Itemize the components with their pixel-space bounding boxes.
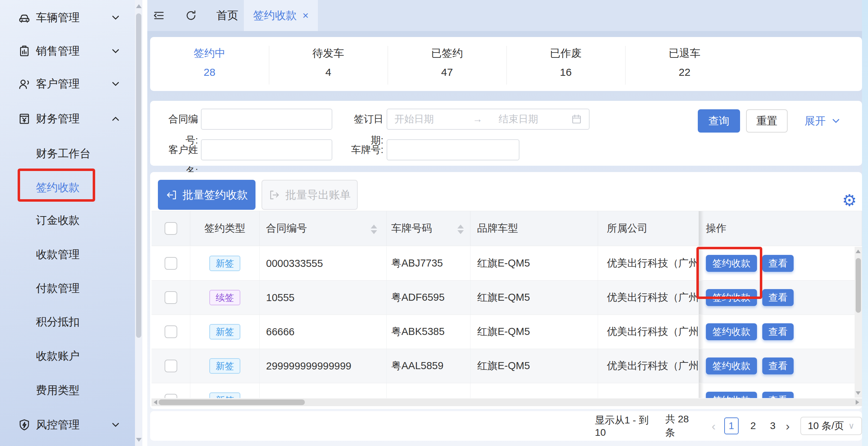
sign-collection-button[interactable]: 签约收款 (706, 289, 757, 306)
prev-page-icon[interactable]: ‹ (712, 419, 715, 433)
status-tab-to-dispatch[interactable]: 待发车 4 (269, 37, 388, 91)
sign-type-tag: 新签 (209, 358, 240, 374)
col-plate-no[interactable]: 车牌号码 (387, 211, 470, 246)
sign-type-tag: 新签 (209, 256, 240, 271)
sign-collection-button[interactable]: 签约收款 (706, 323, 757, 340)
chevron-down-icon (110, 12, 121, 23)
page-scrollbar-track[interactable] (862, 0, 868, 446)
page-button-3[interactable]: 3 (768, 420, 778, 432)
horizontal-scrollbar-thumb[interactable] (159, 399, 305, 405)
finance-icon (18, 112, 31, 126)
sort-icons[interactable] (371, 225, 377, 234)
row-checkbox[interactable] (165, 257, 177, 270)
export-icon (269, 189, 281, 201)
customer-name-input[interactable] (201, 139, 332, 160)
sidebar-item-collection-account[interactable]: 收款账户 (0, 345, 135, 367)
status-tab-signing[interactable]: 签约中 28 (150, 37, 269, 91)
row-checkbox[interactable] (165, 291, 177, 304)
calendar-icon (571, 114, 582, 124)
table-row: 续签 10555 粤ADF6595 红旗E-QM5 优美出行科技（广州） 签约收… (152, 281, 862, 315)
status-tab-returned[interactable]: 已退车 22 (625, 37, 744, 91)
sidebar-item-vehicle[interactable]: 车辆管理 (0, 7, 135, 29)
next-page-icon[interactable]: › (786, 419, 790, 433)
sidebar: 车辆管理 销售管理 客户管理 (0, 0, 142, 446)
table-horizontal-scrollbar[interactable] (152, 398, 862, 406)
contract-no-input[interactable] (201, 109, 332, 130)
pagination-summary: 显示从1 - 到10 (595, 414, 659, 438)
status-count: 22 (625, 65, 744, 79)
gear-icon[interactable]: ⚙ (841, 192, 858, 209)
col-contract-no[interactable]: 合同编号 (260, 211, 387, 246)
col-brand-model: 品牌车型 (470, 211, 598, 246)
import-icon (166, 189, 178, 201)
vertical-scrollbar-thumb[interactable] (856, 258, 861, 313)
select-all-checkbox[interactable] (165, 222, 177, 235)
sidebar-item-payment-mgmt[interactable]: 付款管理 (0, 277, 135, 299)
customer-icon (18, 77, 31, 91)
row-checkbox[interactable] (165, 394, 177, 398)
sign-date-range-picker[interactable]: 开始日期 → 结束日期 (387, 109, 590, 130)
row-checkbox[interactable] (165, 325, 177, 338)
chevron-down-icon (110, 79, 121, 89)
close-icon[interactable]: × (302, 10, 309, 21)
reset-button[interactable]: 重置 (746, 109, 788, 133)
batch-sign-collection-button[interactable]: 批量签约收款 (158, 180, 256, 210)
sidebar-item-customer[interactable]: 客户管理 (0, 73, 135, 95)
sign-collection-button[interactable]: 签约收款 (706, 392, 757, 398)
sidebar-item-label: 客户管理 (36, 77, 80, 91)
page-button-2[interactable]: 2 (748, 420, 758, 432)
table-row: 新签 66666 粤ABK5385 红旗E-QM5 优美出行科技（广州） 签约收… (152, 315, 862, 349)
view-button[interactable]: 查看 (762, 289, 794, 306)
table-body: 新签 0000333555 粤ABJ7735 红旗E-QM5 优美出行科技（广州… (152, 246, 862, 398)
sidebar-item-sign-collection[interactable]: 签约收款 (0, 177, 135, 198)
batch-export-bills-button[interactable]: 批量导出账单 (261, 180, 358, 210)
end-date-placeholder: 结束日期 (499, 112, 538, 126)
scroll-left-arrow-icon[interactable] (154, 400, 157, 405)
sort-icons[interactable] (457, 225, 464, 234)
plate-no-label: 车牌号: (344, 139, 383, 160)
chevron-down-icon (110, 46, 121, 56)
sidebar-scrollbar-thumb[interactable] (136, 13, 141, 338)
status-tab-signed[interactable]: 已签约 47 (388, 37, 506, 91)
sign-collection-button[interactable]: 签约收款 (706, 358, 757, 374)
sidebar-item-finance-workbench[interactable]: 财务工作台 (0, 143, 135, 165)
sign-type-tag: 新签 (209, 392, 240, 398)
sidebar-item-fee-type[interactable]: 费用类型 (0, 379, 135, 401)
menu-fold-icon[interactable] (153, 9, 165, 22)
status-tabs-card: 签约中 28 待发车 4 已签约 47 已作废 16 已退车 22 (150, 37, 862, 91)
sidebar-item-finance[interactable]: 财务管理 (0, 108, 135, 130)
tab-home[interactable]: 首页 (209, 0, 245, 31)
table-vertical-scrollbar[interactable] (855, 247, 862, 398)
refresh-icon[interactable] (185, 9, 197, 22)
view-button[interactable]: 查看 (762, 358, 794, 374)
sales-icon (18, 44, 31, 58)
sidebar-item-deposit-collection[interactable]: 订金收款 (0, 209, 135, 231)
scroll-right-arrow-icon[interactable] (856, 400, 859, 405)
view-button[interactable]: 查看 (762, 323, 794, 340)
sidebar-scroll-up-arrow-icon[interactable] (136, 4, 142, 8)
col-sign-type: 签约类型 (190, 211, 260, 246)
scroll-up-arrow-icon[interactable] (856, 250, 861, 253)
table-header: 签约类型 合同编号 车牌号码 品牌车型 所属公司 操作 (152, 211, 862, 246)
view-button[interactable]: 查看 (762, 255, 794, 272)
view-button[interactable]: 查看 (762, 392, 794, 398)
shield-lightning-icon (18, 418, 31, 432)
chevron-down-icon (110, 420, 121, 430)
tab-sign-collection[interactable]: 签约收款 × (244, 0, 318, 31)
sidebar-item-risk[interactable]: 风控管理 (0, 414, 135, 436)
sidebar-item-collection-mgmt[interactable]: 收款管理 (0, 244, 135, 265)
search-button[interactable]: 查询 (698, 109, 740, 133)
page-size-select[interactable]: 10 条/页 ∨ (800, 417, 862, 435)
row-checkbox[interactable] (165, 360, 177, 372)
sidebar-item-points-deduction[interactable]: 积分抵扣 (0, 311, 135, 333)
page-button-1[interactable]: 1 (724, 417, 739, 434)
sidebar-item-sales[interactable]: 销售管理 (0, 40, 135, 62)
sign-collection-button[interactable]: 签约收款 (706, 255, 757, 272)
expand-toggle[interactable]: 展开 (805, 109, 841, 133)
status-tab-voided[interactable]: 已作废 16 (506, 37, 625, 91)
plate-no-input[interactable] (387, 139, 519, 160)
sidebar-scroll-down-arrow-icon[interactable] (136, 438, 142, 442)
scroll-down-arrow-icon[interactable] (856, 391, 861, 395)
sidebar-item-label: 销售管理 (36, 44, 80, 59)
col-actions: 操作 (699, 211, 862, 246)
